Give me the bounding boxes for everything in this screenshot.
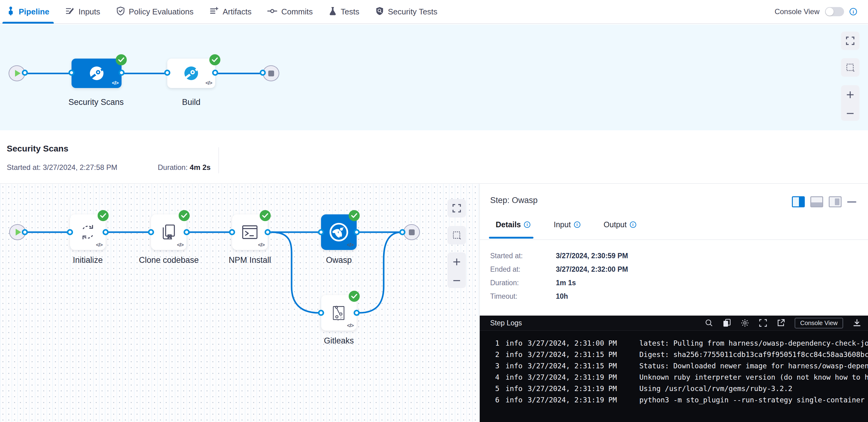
connector-dot[interactable] [353,229,360,235]
info-icon[interactable]: i [524,221,530,228]
stage-node-security-scans[interactable]: </> [71,59,122,88]
tab-inputs[interactable]: Inputs [65,0,100,24]
layout-floating-panel-icon[interactable] [829,196,842,207]
tab-security-tests[interactable]: Security Tests [375,0,437,24]
tab-commits[interactable]: Commits [267,0,313,24]
pipeline-icon [7,6,15,17]
tab-policy-evaluations[interactable]: Policy Evaluations [116,0,194,24]
connector-dot[interactable] [260,70,266,76]
active-tab-underline [489,237,533,238]
tab-artifacts[interactable]: Artifacts [210,0,252,24]
log-line: 6 info 3/27/2024, 2:31:19 PM python3 -m … [480,394,868,405]
tab-pipeline[interactable]: Pipeline [7,0,50,24]
initialize-icon [78,223,97,242]
connector-dot[interactable] [119,70,125,76]
fit-to-screen-button[interactable] [447,199,466,218]
info-icon[interactable]: i [574,221,580,228]
connector-dot[interactable] [22,229,28,235]
open-in-new-icon[interactable] [777,319,785,327]
fullscreen-icon[interactable] [759,319,767,327]
success-badge [349,210,360,221]
copy-icon[interactable] [723,319,731,327]
step-label: Owasp [308,256,370,265]
search-icon[interactable] [705,319,713,327]
log-output[interactable]: 1 info 3/27/2024, 2:31:00 PM latest: Pul… [480,331,868,405]
connector-dot[interactable] [353,310,360,316]
success-badge [116,54,127,65]
info-icon[interactable]: i [849,8,857,15]
minimize-panel-button[interactable] [847,201,856,203]
tab-label: Artifacts [223,7,252,17]
stop-icon [268,70,274,76]
connector-dot[interactable] [318,229,324,235]
zoom-in-button[interactable] [846,91,855,100]
console-view-button[interactable]: Console View [795,318,843,328]
connector-dot[interactable] [399,229,405,235]
connector-dot[interactable] [184,229,190,235]
security-stage-icon [88,65,105,82]
console-view-label: Console View [775,7,819,16]
connector-dot[interactable] [229,229,235,235]
tab-label: Inputs [79,7,100,17]
download-icon[interactable] [853,319,861,327]
stage-label: Security Scans [65,98,127,107]
commit-icon [267,8,277,15]
connector-dot[interactable] [265,229,271,235]
code-glyph: </> [258,242,265,248]
console-view-toggle[interactable] [825,7,844,16]
layout-bottom-panel-icon[interactable] [810,196,823,207]
zoom-in-button[interactable] [453,258,461,267]
tab-input[interactable]: Inputi [554,220,580,229]
layout-right-panel-icon[interactable] [792,196,805,207]
tab-tests[interactable]: Tests [329,0,360,24]
tab-output[interactable]: Outputi [604,220,636,229]
code-glyph: </> [347,323,353,329]
zoom-out-button[interactable] [846,110,855,116]
edge [25,73,71,74]
zoom-out-button[interactable] [453,278,461,283]
inputs-icon [65,7,74,17]
marquee-select-button[interactable] [841,58,859,77]
stop-icon [409,229,415,235]
edge [122,73,167,74]
step-panel-tabs: Detailsi Inputi Outputi [496,220,636,229]
detail-row: Timeout: 10h [490,290,628,303]
tab-details[interactable]: Detailsi [496,220,530,229]
connector-dot[interactable] [67,229,73,235]
panel-layout-controls [792,196,856,207]
step-logs-header: Step Logs [480,316,868,331]
shield-check-icon [116,6,125,17]
marquee-select-button[interactable] [447,226,466,245]
step-label: Initialize [57,256,119,265]
tab-label: Tests [341,7,360,17]
zoom-controls [841,85,859,121]
connector-dot[interactable] [164,70,170,76]
divider [480,239,868,240]
play-icon [15,70,21,77]
top-navigation: Pipeline Inputs Policy Evaluations Artif… [0,0,868,24]
connector-dot[interactable] [318,310,324,316]
stage-node-build[interactable]: </> [167,59,215,88]
step-graph-canvas[interactable]: </> Initialize </> Clone codebase [0,184,479,422]
tab-label: Security Tests [388,7,437,17]
connector-dot[interactable] [102,229,108,235]
success-badge [349,291,360,302]
flask-icon [329,6,337,17]
connector-dot[interactable] [212,70,218,76]
fit-to-screen-button[interactable] [841,32,859,50]
connector-dot[interactable] [68,70,74,76]
step-panel-title: Step: Owasp [490,196,538,205]
stage-title: Security Scans [7,144,68,154]
connector-dot[interactable] [22,70,28,76]
play-icon [16,229,21,235]
settings-gear-icon[interactable] [741,319,749,327]
connector-dot[interactable] [148,229,154,235]
list-plus-icon [210,7,219,17]
info-icon[interactable]: i [630,221,636,228]
log-line: 3 info 3/27/2024, 2:31:15 PM Status: Dow… [480,360,868,371]
tab-label: Policy Evaluations [129,7,194,17]
code-glyph: </> [177,242,184,248]
success-badge [260,210,271,221]
stage-graph-canvas[interactable]: </> Security Scans </> Build [0,25,868,130]
stage-end-node[interactable] [403,224,420,240]
